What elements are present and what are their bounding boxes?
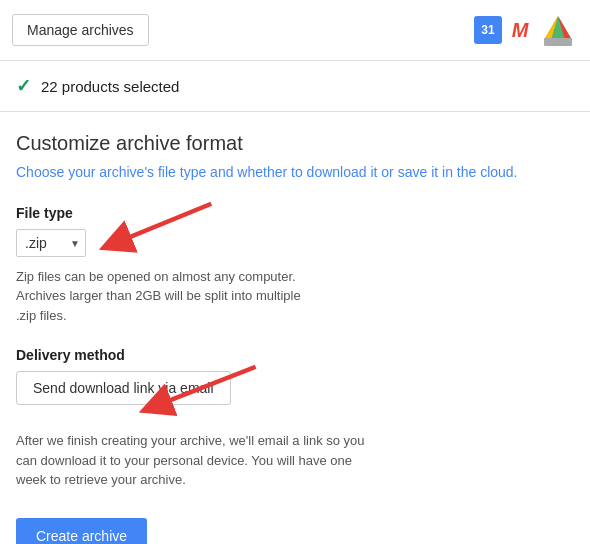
check-icon: ✓ bbox=[16, 75, 31, 97]
delivery-method-button[interactable]: Send download link via email bbox=[16, 371, 231, 405]
gmail-icon: M bbox=[506, 16, 534, 44]
delivery-section: Delivery method Send download link via e… bbox=[16, 347, 574, 417]
page-subtitle: Choose your archive's file type and whet… bbox=[16, 163, 574, 183]
file-type-row: .zip .tgz ▼ bbox=[16, 229, 574, 257]
drive-icon bbox=[538, 10, 578, 50]
selected-count-text: 22 products selected bbox=[41, 78, 179, 95]
file-type-select-wrapper: .zip .tgz ▼ bbox=[16, 229, 86, 257]
header: Manage archives 31 M bbox=[0, 0, 590, 61]
header-icons: 31 M bbox=[474, 10, 578, 50]
page-title: Customize archive format bbox=[16, 132, 574, 155]
selected-row: ✓ 22 products selected bbox=[0, 61, 590, 112]
file-type-select[interactable]: .zip .tgz bbox=[16, 229, 86, 257]
svg-rect-3 bbox=[544, 38, 572, 46]
file-type-label: File type bbox=[16, 205, 574, 221]
file-type-description: Zip files can be opened on almost any co… bbox=[16, 267, 316, 326]
manage-archives-button[interactable]: Manage archives bbox=[12, 14, 149, 46]
delivery-description: After we finish creating your archive, w… bbox=[16, 431, 376, 490]
calendar-icon: 31 bbox=[474, 16, 502, 44]
create-archive-button[interactable]: Create archive bbox=[16, 518, 147, 544]
main-content: Customize archive format Choose your arc… bbox=[0, 112, 590, 544]
delivery-method-label: Delivery method bbox=[16, 347, 574, 363]
